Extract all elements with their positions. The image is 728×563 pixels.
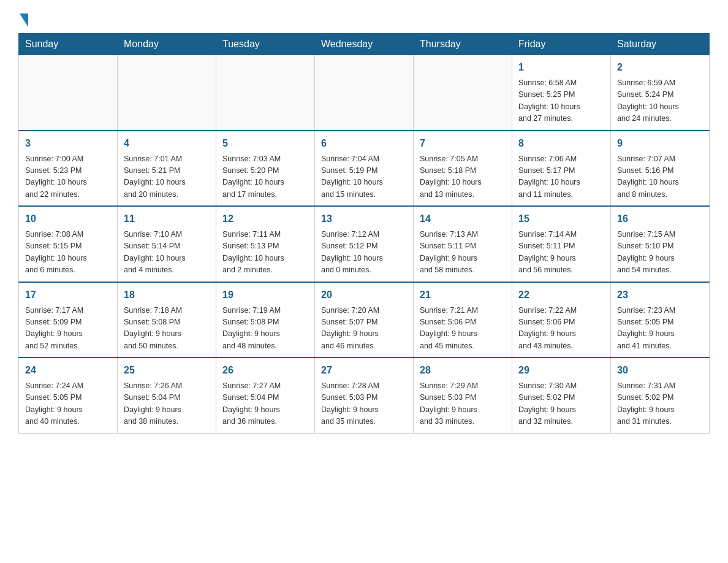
- calendar-cell: 13Sunrise: 7:12 AM Sunset: 5:12 PM Dayli…: [315, 206, 414, 282]
- day-number: 20: [321, 288, 407, 302]
- weekday-header-saturday: Saturday: [611, 34, 710, 55]
- weekday-header-thursday: Thursday: [414, 34, 512, 55]
- day-info: Sunrise: 7:21 AM Sunset: 5:06 PM Dayligh…: [420, 305, 506, 353]
- calendar-cell: 27Sunrise: 7:28 AM Sunset: 5:03 PM Dayli…: [315, 358, 414, 433]
- day-info: Sunrise: 7:27 AM Sunset: 5:04 PM Dayligh…: [222, 380, 308, 428]
- calendar-cell: 8Sunrise: 7:06 AM Sunset: 5:17 PM Daylig…: [512, 131, 611, 207]
- day-number: 29: [518, 363, 604, 378]
- day-info: Sunrise: 7:11 AM Sunset: 5:13 PM Dayligh…: [222, 229, 308, 277]
- day-number: 25: [124, 363, 210, 378]
- day-info: Sunrise: 7:10 AM Sunset: 5:14 PM Dayligh…: [124, 229, 210, 277]
- day-info: Sunrise: 7:22 AM Sunset: 5:06 PM Dayligh…: [518, 305, 604, 353]
- day-number: 19: [222, 288, 308, 302]
- day-info: Sunrise: 7:18 AM Sunset: 5:08 PM Dayligh…: [124, 305, 210, 353]
- calendar-cell: 4Sunrise: 7:01 AM Sunset: 5:21 PM Daylig…: [118, 131, 216, 207]
- day-number: 18: [124, 288, 210, 302]
- weekday-header-monday: Monday: [118, 34, 216, 55]
- day-number: 23: [617, 288, 703, 302]
- day-number: 14: [420, 212, 506, 226]
- calendar-cell: 6Sunrise: 7:04 AM Sunset: 5:19 PM Daylig…: [315, 131, 414, 207]
- calendar-cell: [118, 55, 216, 131]
- day-info: Sunrise: 7:06 AM Sunset: 5:17 PM Dayligh…: [518, 153, 604, 201]
- weekday-header-tuesday: Tuesday: [216, 34, 315, 55]
- day-number: 4: [124, 136, 210, 151]
- calendar-cell: 23Sunrise: 7:23 AM Sunset: 5:05 PM Dayli…: [611, 282, 710, 358]
- calendar-cell: 26Sunrise: 7:27 AM Sunset: 5:04 PM Dayli…: [216, 358, 315, 433]
- calendar-cell: [315, 55, 414, 131]
- calendar-cell: [414, 55, 512, 131]
- calendar-cell: 19Sunrise: 7:19 AM Sunset: 5:08 PM Dayli…: [216, 282, 315, 358]
- day-info: Sunrise: 7:03 AM Sunset: 5:20 PM Dayligh…: [222, 153, 308, 201]
- day-number: 11: [124, 212, 210, 226]
- calendar-cell: 1Sunrise: 6:58 AM Sunset: 5:25 PM Daylig…: [512, 55, 611, 131]
- day-number: 5: [222, 136, 308, 151]
- day-number: 12: [222, 212, 308, 226]
- weekday-header-friday: Friday: [512, 34, 611, 55]
- calendar-week-2: 3Sunrise: 7:00 AM Sunset: 5:23 PM Daylig…: [19, 131, 710, 207]
- day-info: Sunrise: 7:15 AM Sunset: 5:10 PM Dayligh…: [617, 229, 703, 277]
- day-info: Sunrise: 6:58 AM Sunset: 5:25 PM Dayligh…: [518, 77, 604, 125]
- day-number: 10: [25, 212, 111, 226]
- day-number: 30: [617, 363, 703, 378]
- day-info: Sunrise: 7:17 AM Sunset: 5:09 PM Dayligh…: [25, 305, 111, 353]
- calendar-cell: 17Sunrise: 7:17 AM Sunset: 5:09 PM Dayli…: [19, 282, 118, 358]
- calendar-cell: 11Sunrise: 7:10 AM Sunset: 5:14 PM Dayli…: [118, 206, 216, 282]
- calendar-cell: 16Sunrise: 7:15 AM Sunset: 5:10 PM Dayli…: [611, 206, 710, 282]
- day-number: 3: [25, 136, 111, 151]
- weekday-header-row: SundayMondayTuesdayWednesdayThursdayFrid…: [19, 34, 710, 55]
- day-number: 28: [420, 363, 506, 378]
- day-number: 15: [518, 212, 604, 226]
- day-number: 16: [617, 212, 703, 226]
- day-info: Sunrise: 7:26 AM Sunset: 5:04 PM Dayligh…: [124, 380, 210, 428]
- day-number: 24: [25, 363, 111, 378]
- day-number: 22: [518, 288, 604, 302]
- calendar-cell: 5Sunrise: 7:03 AM Sunset: 5:20 PM Daylig…: [216, 131, 315, 207]
- day-number: 27: [321, 363, 407, 378]
- day-number: 8: [518, 136, 604, 151]
- calendar-cell: 9Sunrise: 7:07 AM Sunset: 5:16 PM Daylig…: [611, 131, 710, 207]
- day-info: Sunrise: 7:04 AM Sunset: 5:19 PM Dayligh…: [321, 153, 407, 201]
- calendar-week-3: 10Sunrise: 7:08 AM Sunset: 5:15 PM Dayli…: [19, 206, 710, 282]
- calendar-cell: [19, 55, 118, 131]
- day-info: Sunrise: 7:24 AM Sunset: 5:05 PM Dayligh…: [25, 380, 111, 428]
- day-info: Sunrise: 6:59 AM Sunset: 5:24 PM Dayligh…: [617, 77, 703, 125]
- calendar-cell: [216, 55, 315, 131]
- calendar-cell: 21Sunrise: 7:21 AM Sunset: 5:06 PM Dayli…: [414, 282, 512, 358]
- calendar-cell: 14Sunrise: 7:13 AM Sunset: 5:11 PM Dayli…: [414, 206, 512, 282]
- day-info: Sunrise: 7:30 AM Sunset: 5:02 PM Dayligh…: [518, 380, 604, 428]
- calendar-cell: 3Sunrise: 7:00 AM Sunset: 5:23 PM Daylig…: [19, 131, 118, 207]
- calendar-cell: 12Sunrise: 7:11 AM Sunset: 5:13 PM Dayli…: [216, 206, 315, 282]
- day-info: Sunrise: 7:01 AM Sunset: 5:21 PM Dayligh…: [124, 153, 210, 201]
- day-number: 26: [222, 363, 308, 378]
- day-number: 1: [518, 60, 604, 75]
- logo: [18, 12, 28, 27]
- day-info: Sunrise: 7:31 AM Sunset: 5:02 PM Dayligh…: [617, 380, 703, 428]
- weekday-header-wednesday: Wednesday: [315, 34, 414, 55]
- page-header: [18, 12, 710, 27]
- calendar-cell: 7Sunrise: 7:05 AM Sunset: 5:18 PM Daylig…: [414, 131, 512, 207]
- calendar-cell: 25Sunrise: 7:26 AM Sunset: 5:04 PM Dayli…: [118, 358, 216, 433]
- weekday-header-sunday: Sunday: [19, 34, 118, 55]
- calendar-cell: 10Sunrise: 7:08 AM Sunset: 5:15 PM Dayli…: [19, 206, 118, 282]
- day-info: Sunrise: 7:14 AM Sunset: 5:11 PM Dayligh…: [518, 229, 604, 277]
- day-info: Sunrise: 7:05 AM Sunset: 5:18 PM Dayligh…: [420, 153, 506, 201]
- logo-triangle-icon: [20, 13, 28, 27]
- calendar-cell: 2Sunrise: 6:59 AM Sunset: 5:24 PM Daylig…: [611, 55, 710, 131]
- day-number: 13: [321, 212, 407, 226]
- day-number: 2: [617, 60, 703, 75]
- calendar-cell: 18Sunrise: 7:18 AM Sunset: 5:08 PM Dayli…: [118, 282, 216, 358]
- calendar-cell: 24Sunrise: 7:24 AM Sunset: 5:05 PM Dayli…: [19, 358, 118, 433]
- day-info: Sunrise: 7:13 AM Sunset: 5:11 PM Dayligh…: [420, 229, 506, 277]
- calendar-cell: 29Sunrise: 7:30 AM Sunset: 5:02 PM Dayli…: [512, 358, 611, 433]
- calendar-cell: 20Sunrise: 7:20 AM Sunset: 5:07 PM Dayli…: [315, 282, 414, 358]
- day-info: Sunrise: 7:07 AM Sunset: 5:16 PM Dayligh…: [617, 153, 703, 201]
- calendar-cell: 28Sunrise: 7:29 AM Sunset: 5:03 PM Dayli…: [414, 358, 512, 433]
- day-info: Sunrise: 7:20 AM Sunset: 5:07 PM Dayligh…: [321, 305, 407, 353]
- day-number: 6: [321, 136, 407, 151]
- calendar-week-4: 17Sunrise: 7:17 AM Sunset: 5:09 PM Dayli…: [19, 282, 710, 358]
- day-info: Sunrise: 7:19 AM Sunset: 5:08 PM Dayligh…: [222, 305, 308, 353]
- day-number: 17: [25, 288, 111, 302]
- calendar-cell: 15Sunrise: 7:14 AM Sunset: 5:11 PM Dayli…: [512, 206, 611, 282]
- calendar-cell: 30Sunrise: 7:31 AM Sunset: 5:02 PM Dayli…: [611, 358, 710, 433]
- day-info: Sunrise: 7:28 AM Sunset: 5:03 PM Dayligh…: [321, 380, 407, 428]
